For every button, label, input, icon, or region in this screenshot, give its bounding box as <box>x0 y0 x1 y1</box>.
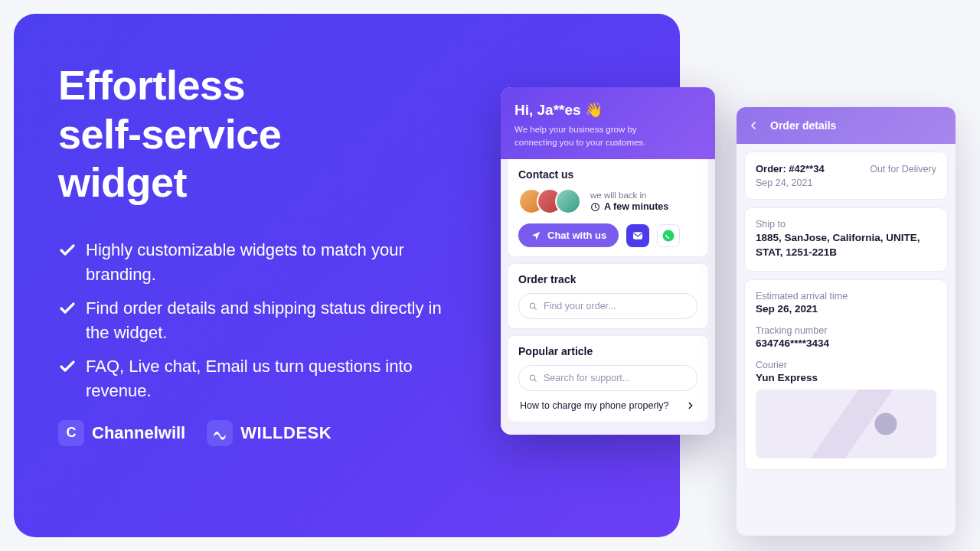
order-track-section: Order track Find your order... <box>507 263 709 329</box>
contact-title: Contact us <box>518 168 697 181</box>
back-in-block: we will back in A few minutes <box>590 191 668 212</box>
contact-row: we will back in A few minutes <box>518 188 697 214</box>
check-icon <box>58 299 77 318</box>
chat-subtext: We help your business grow by connecting… <box>514 123 675 148</box>
back-icon[interactable] <box>747 119 760 132</box>
ship-to-label: Ship to <box>756 219 936 230</box>
send-icon <box>531 230 541 241</box>
avatar-stack <box>518 188 581 214</box>
feature-text: FAQ, Live chat, Email us turn questions … <box>86 354 464 403</box>
clock-icon <box>590 202 600 212</box>
tracking-number-label: Tracking number <box>756 325 936 336</box>
feature-item: FAQ, Live chat, Email us turn questions … <box>58 354 464 403</box>
order-search-input[interactable]: Find your order... <box>518 293 697 319</box>
brand-channelwill: C Channelwill <box>58 420 185 446</box>
order-details-title: Order details <box>770 119 836 132</box>
order-number-value: #42**34 <box>789 163 824 174</box>
check-icon <box>58 357 77 376</box>
eta-label: Estimated arrival time <box>756 291 936 302</box>
ship-to-address: 1885, SanJose, California, UNITE, STAT, … <box>756 231 936 260</box>
feature-text: Find order details and shipping status d… <box>86 296 464 345</box>
back-in-time: A few minutes <box>590 201 668 212</box>
order-summary-card: Order: #42**34 Out for Delivery Sep 24, … <box>744 152 948 200</box>
brand-badge-icon <box>207 420 233 446</box>
order-number-label: Order: <box>756 163 789 174</box>
chat-widget: Hi, Ja**es 👋 We help your business grow … <box>501 87 715 435</box>
tracking-number-value: 634746****3434 <box>756 337 936 349</box>
order-status: Out for Delivery <box>870 164 936 174</box>
support-search-placeholder: Search for support... <box>544 373 630 383</box>
hero-title-line: Effortless <box>58 62 245 108</box>
hero-title-line: widget <box>58 159 187 205</box>
chat-widget-body: Contact us we will back in A few minutes <box>501 159 715 435</box>
mail-icon <box>632 230 644 242</box>
check-icon <box>58 241 77 259</box>
chat-with-us-button[interactable]: Chat with us <box>518 223 619 247</box>
brand-name: Channelwill <box>92 423 185 443</box>
contact-actions: Chat with us <box>518 223 697 247</box>
back-in-value: A few minutes <box>604 201 668 212</box>
whatsapp-button[interactable] <box>657 224 680 247</box>
ship-to-card: Ship to 1885, SanJose, California, UNITE… <box>744 207 948 272</box>
order-date: Sep 24, 2021 <box>756 178 936 188</box>
hero-title-line: self-service <box>58 111 281 157</box>
tracking-card: Estimated arrival time Sep 26, 2021 Trac… <box>744 279 948 470</box>
support-search-input[interactable]: Search for support... <box>518 365 697 391</box>
hero-title: Effortless self-service widget <box>58 61 456 207</box>
contact-us-section: Contact us we will back in A few minutes <box>507 159 709 257</box>
svg-point-3 <box>530 303 535 308</box>
feature-item: Find order details and shipping status d… <box>58 296 464 345</box>
faq-item[interactable]: How to charge my phone properly? <box>518 391 697 412</box>
back-in-label: we will back in <box>590 191 668 200</box>
chevron-right-icon <box>685 400 696 411</box>
brand-badge-icon: C <box>58 420 84 446</box>
popular-title: Popular article <box>518 345 697 357</box>
email-button[interactable] <box>626 224 649 247</box>
order-details-header: Order details <box>737 107 956 144</box>
search-icon <box>528 373 538 383</box>
courier-value: Yun Express <box>756 372 936 383</box>
faq-question: How to charge my phone properly? <box>520 400 669 411</box>
chat-greeting: Hi, Ja**es 👋 <box>514 101 701 119</box>
feature-item: Highly customizable widgets to match you… <box>58 238 464 287</box>
chat-widget-header: Hi, Ja**es 👋 We help your business grow … <box>501 87 715 159</box>
avatar <box>555 188 581 214</box>
feature-text: Highly customizable widgets to match you… <box>86 238 464 287</box>
svg-point-4 <box>530 375 535 380</box>
order-number: Order: #42**34 <box>756 163 825 174</box>
feature-list: Highly customizable widgets to match you… <box>58 238 464 403</box>
search-icon <box>528 302 538 311</box>
brand-name: WILLDESK <box>240 423 332 443</box>
order-search-placeholder: Find your order... <box>544 301 616 311</box>
order-track-title: Order track <box>518 273 697 285</box>
svg-point-2 <box>663 230 675 241</box>
whatsapp-icon <box>662 229 675 243</box>
popular-article-section: Popular article Search for support... Ho… <box>507 335 709 422</box>
eta-value: Sep 26, 2021 <box>756 303 936 315</box>
brand-willdesk: WILLDESK <box>207 420 332 446</box>
order-details-panel: Order details Order: #42**34 Out for Del… <box>737 107 956 536</box>
tracking-map[interactable] <box>756 390 936 458</box>
chat-button-label: Chat with us <box>547 230 606 241</box>
courier-label: Courier <box>756 360 936 370</box>
